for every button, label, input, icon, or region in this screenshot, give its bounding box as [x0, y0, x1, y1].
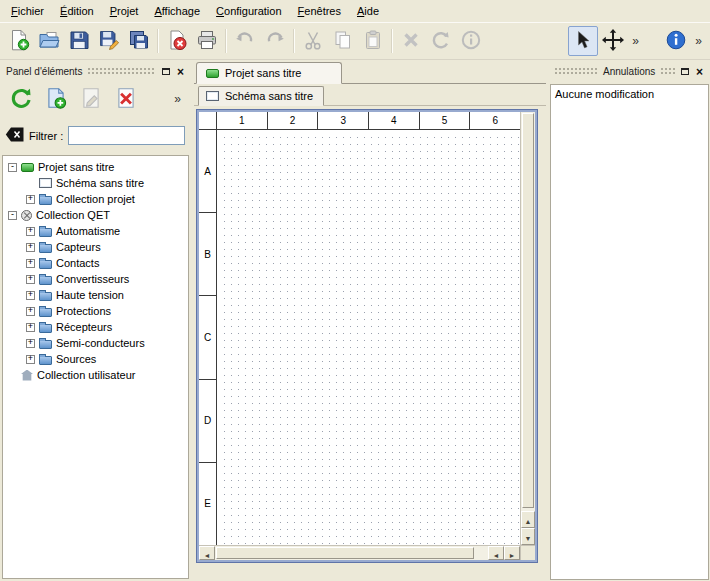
- tree-item-convertisseurs[interactable]: Convertisseurs: [3, 271, 188, 287]
- panel-toolbar-overflow-button[interactable]: »: [170, 84, 185, 114]
- clear-filter-button[interactable]: [5, 127, 24, 145]
- save-all-button[interactable]: [124, 26, 154, 56]
- float-panel-button[interactable]: [677, 64, 692, 78]
- paste-button[interactable]: [358, 26, 388, 56]
- menu-fenetres[interactable]: Fenêtres: [291, 2, 348, 20]
- edit-element-button[interactable]: [76, 84, 106, 114]
- toolbar-overflow-button-right[interactable]: »: [691, 26, 706, 56]
- redo-button[interactable]: [260, 26, 290, 56]
- project-tab[interactable]: Projet sans titre: [196, 62, 342, 84]
- menu-configuration[interactable]: Configuration: [209, 2, 288, 20]
- tree-item-protections[interactable]: Protections: [3, 303, 188, 319]
- reload-collections-button[interactable]: [6, 84, 36, 114]
- tree-item-capteurs[interactable]: Capteurs: [3, 239, 188, 255]
- tree-item-collection-projet[interactable]: Collection projet: [3, 191, 188, 207]
- menu-affichage[interactable]: Affichage: [147, 2, 207, 20]
- delete-element-button[interactable]: [111, 84, 141, 114]
- project-tab-label: Projet sans titre: [225, 67, 301, 79]
- new-file-button[interactable]: [4, 26, 34, 56]
- about-info-button[interactable]: [661, 26, 691, 56]
- horizontal-scrollbar-thumb[interactable]: [216, 547, 474, 559]
- menu-projet[interactable]: Projet: [103, 2, 146, 20]
- expand-icon[interactable]: [26, 275, 35, 284]
- scroll-up-button[interactable]: [521, 511, 535, 528]
- filter-input[interactable]: [68, 126, 185, 145]
- pan-mode-button[interactable]: [598, 26, 628, 56]
- delete-button[interactable]: [396, 26, 426, 56]
- folder-icon: [39, 276, 52, 285]
- elements-panel-title: Panel d'éléments: [3, 66, 85, 77]
- expand-icon[interactable]: [26, 291, 35, 300]
- tree-item-label: Collection utilisateur: [37, 369, 135, 381]
- schema-drawing-grid[interactable]: [218, 131, 520, 545]
- expand-icon[interactable]: [26, 339, 35, 348]
- tree-item-collection-utilisateur[interactable]: Collection utilisateur: [3, 367, 188, 383]
- toolbar-separator: [391, 29, 393, 53]
- menu-edition[interactable]: Édition: [53, 2, 101, 20]
- cut-button[interactable]: [298, 26, 328, 56]
- scroll-left-button-2[interactable]: [488, 546, 504, 560]
- tree-item-semi-conducteurs[interactable]: Semi-conducteurs: [3, 335, 188, 351]
- schema-tab[interactable]: Schéma sans titre: [198, 86, 324, 106]
- vertical-scrollbar-thumb[interactable]: [522, 113, 534, 508]
- tree-item-label: Automatisme: [56, 225, 120, 237]
- undo-panel-title: Annulations: [600, 66, 658, 77]
- toolbar-overflow-button[interactable]: »: [628, 26, 643, 56]
- new-element-button[interactable]: [41, 84, 71, 114]
- undo-button[interactable]: [230, 26, 260, 56]
- tree-item-recepteurs[interactable]: Récepteurs: [3, 319, 188, 335]
- move-arrows-icon: [602, 29, 624, 54]
- scissors-icon: [302, 29, 324, 54]
- select-mode-button[interactable]: [568, 26, 598, 56]
- vertical-scrollbar[interactable]: [520, 112, 535, 545]
- scroll-down-button[interactable]: [521, 528, 535, 545]
- dock-handle[interactable]: [660, 67, 675, 76]
- horizontal-scrollbar[interactable]: [199, 545, 520, 560]
- tree-item-collection-qet[interactable]: Collection QET: [3, 207, 188, 223]
- project-icon: [206, 69, 219, 78]
- save-as-button[interactable]: [94, 26, 124, 56]
- expand-icon[interactable]: [26, 243, 35, 252]
- expander-placeholder: [8, 371, 17, 380]
- dock-handle[interactable]: [87, 67, 156, 76]
- new-element-icon: [44, 86, 68, 113]
- expand-icon[interactable]: [26, 259, 35, 268]
- expand-icon[interactable]: [26, 307, 35, 316]
- expand-icon[interactable]: [26, 355, 35, 364]
- close-panel-button[interactable]: [173, 64, 188, 78]
- close-panel-button[interactable]: [692, 64, 707, 78]
- schema-view: 1 2 3 4 5 6 A B C D E: [197, 110, 537, 562]
- print-button[interactable]: [192, 26, 222, 56]
- float-panel-button[interactable]: [158, 64, 173, 78]
- scrollbar-corner: [520, 545, 535, 560]
- menu-aide[interactable]: Aide: [350, 2, 386, 20]
- tree-item-contacts[interactable]: Contacts: [3, 255, 188, 271]
- collapse-icon[interactable]: [8, 163, 17, 172]
- save-all-icon: [128, 29, 150, 54]
- open-file-button[interactable]: [34, 26, 64, 56]
- menu-fichier[interactable]: Fichier: [4, 2, 51, 20]
- column-label: 1: [217, 112, 267, 129]
- expand-icon[interactable]: [26, 227, 35, 236]
- tree-item-project[interactable]: Projet sans titre: [3, 159, 188, 175]
- rotate-icon: [430, 29, 452, 54]
- tree-item-haute-tension[interactable]: Haute tension: [3, 287, 188, 303]
- tree-item-schema[interactable]: Schéma sans titre: [3, 175, 188, 191]
- dock-handle[interactable]: [554, 67, 598, 76]
- scroll-right-button[interactable]: [504, 546, 520, 560]
- expand-icon[interactable]: [26, 323, 35, 332]
- rotate-button[interactable]: [426, 26, 456, 56]
- row-header: A B C D E: [199, 130, 217, 545]
- element-info-button[interactable]: [456, 26, 486, 56]
- save-button[interactable]: [64, 26, 94, 56]
- row-label: A: [199, 130, 216, 212]
- scroll-left-button[interactable]: [199, 546, 215, 560]
- tree-item-automatisme[interactable]: Automatisme: [3, 223, 188, 239]
- tree-item-sources[interactable]: Sources: [3, 351, 188, 367]
- close-file-button[interactable]: [162, 26, 192, 56]
- expand-icon[interactable]: [26, 195, 35, 204]
- folder-icon: [39, 340, 52, 349]
- copy-button[interactable]: [328, 26, 358, 56]
- elements-panel-dock: Panel d'éléments »: [0, 60, 191, 581]
- collapse-icon[interactable]: [8, 211, 17, 220]
